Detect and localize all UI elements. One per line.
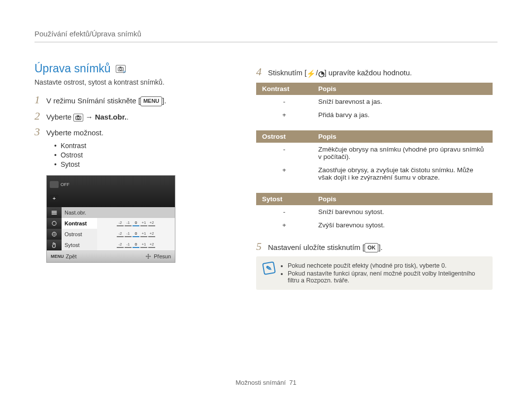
step-2: 2 Vyberte → Nast.obr..: [34, 110, 222, 122]
list-item: Ostrost: [54, 151, 222, 159]
step-number: 3: [34, 126, 46, 138]
camera-top-bar: OFF +: [47, 176, 175, 207]
note-item: Pokud nastavíte funkci úprav, není možné…: [288, 270, 486, 284]
table-header-row: Ostrost Popis: [256, 130, 493, 143]
slider-tick: -2: [117, 231, 124, 237]
camera-row-label: Ostrost: [62, 229, 97, 240]
camera-row-sytost: Sytost -2 -1 0 +1 +2: [47, 240, 175, 250]
step-text-post: ].: [162, 96, 166, 105]
slider-tick: 0: [133, 231, 139, 237]
camera-icon: [73, 114, 83, 122]
svg-rect-7: [52, 213, 57, 214]
step-3: 3 Vyberte možnost.: [34, 126, 222, 138]
list-item: Sytost: [54, 160, 222, 168]
timer-icon: ◔: [318, 68, 325, 79]
step-5: 5 Nastavení uložíte stisknutím [OK].: [256, 241, 493, 253]
note-list: Pokud nechcete použít efekty (vhodné pro…: [280, 261, 486, 285]
camera-back-label: Zpět: [66, 253, 77, 259]
camera-slider: -2 -1 0 +1 +2: [97, 229, 175, 240]
step-text: Vyberte možnost.: [46, 126, 103, 138]
slider-tick: -2: [117, 242, 124, 248]
step-text-pre: Stisknutím [: [268, 68, 306, 77]
note-box: ✎ Pokud nechcete použít efekty (vhodné p…: [256, 256, 493, 290]
note-item: Pokud nechcete použít efekty (vhodné pro…: [288, 262, 486, 269]
step-number: 4: [256, 66, 268, 78]
list-item: Kontrast: [54, 142, 222, 150]
note-icon: ✎: [262, 261, 276, 275]
content-columns: Úprava snímků P Nastavte ostrost, sytost…: [34, 62, 498, 290]
plus-icon: +: [50, 195, 59, 202]
camera-menu-header: Nast.obr.: [47, 207, 175, 218]
page-subtitle: Nastavte ostrost, sytost a kontrast sním…: [34, 78, 222, 86]
camera-screen-mock: OFF + Nast.obr. Kont: [46, 175, 175, 263]
svg-point-1: [119, 68, 122, 70]
step-text: Nastavení uložíte stisknutím [OK].: [268, 241, 383, 253]
table-row: + Přidá barvy a jas.: [256, 108, 493, 122]
right-column: 4 Stisknutím [⚡/◔] upravíte každou hodno…: [256, 62, 493, 290]
table-value: Změkčuje obrysy na snímku (vhodné pro úp…: [312, 143, 493, 163]
flash-icon: ⚡: [306, 68, 316, 79]
step-number: 5: [256, 241, 268, 252]
table-sytost: Sytost Popis - Sníží barevnou sytost. + …: [256, 193, 493, 232]
step-4: 4 Stisknutím [⚡/◔] upravíte každou hodno…: [256, 66, 493, 79]
table-key: +: [256, 108, 312, 122]
step-number: 2: [34, 110, 46, 122]
table-key: -: [256, 143, 312, 163]
step-text-pre: Nastavení uložíte stisknutím [: [268, 243, 365, 251]
camera-header-label: Nast.obr.: [62, 207, 175, 218]
camera-slider: -2 -1 0 +1 +2: [97, 240, 175, 251]
camera-p-mode-icon: P: [116, 65, 126, 73]
svg-point-9: [52, 221, 56, 225]
table-row: + Zaostřuje obrysy, a zvyšuje tak čistot…: [256, 163, 493, 184]
table-header: Sytost: [256, 193, 312, 205]
left-column: Úprava snímků P Nastavte ostrost, sytost…: [34, 62, 222, 290]
slider-tick: -1: [125, 242, 132, 248]
slider-tick: 0: [133, 220, 139, 226]
table-row: - Změkčuje obrysy na snímku (vhodné pro …: [256, 143, 493, 163]
slider-tick: -2: [117, 220, 124, 226]
face-icon: [47, 218, 62, 229]
hand-icon: [47, 240, 62, 250]
menu-glyph: MENU: [51, 254, 64, 259]
table-kontrast: Kontrast Popis - Sníží barevnost a jas. …: [256, 83, 493, 122]
slider-tick: +2: [148, 231, 155, 237]
move-icon: [145, 253, 152, 260]
step-text-post: ] upravíte každou hodnotu.: [325, 68, 412, 77]
globe-icon: [47, 229, 62, 240]
table-value: Zaostřuje obrysy, a zvyšuje tak čistotu …: [312, 163, 493, 184]
page-footer: Možnosti snímání 71: [0, 379, 532, 386]
step-text: Vyberte → Nast.obr..: [46, 110, 129, 122]
table-header: Popis: [312, 193, 493, 205]
camera-row-kontrast: Kontrast -2 -1 0 +1 +2: [47, 218, 175, 229]
camera-row-label: Kontrast: [62, 218, 97, 229]
footer-page-number: 71: [289, 379, 296, 386]
table-key: +: [256, 163, 312, 184]
option-list: Kontrast Ostrost Sytost: [54, 142, 222, 168]
step-number: 1: [34, 94, 46, 106]
table-row: - Sníží barevnou sytost.: [256, 205, 493, 218]
step-text-post: .: [127, 113, 129, 121]
camera-bottom-bar: MENU Zpět Přesun: [47, 250, 175, 262]
table-header: Kontrast: [256, 83, 312, 95]
table-header-row: Sytost Popis: [256, 193, 493, 205]
menu-button-glyph: MENU: [140, 96, 162, 106]
camera-slider: -2 -1 0 +1 +2: [97, 218, 175, 229]
slider-tick: -1: [125, 220, 132, 226]
adjust-icon: [47, 207, 62, 218]
svg-rect-8: [52, 214, 57, 215]
step-bold: Nast.obr.: [95, 113, 127, 121]
camera-row-label: Sytost: [62, 240, 97, 251]
slider-tick: +2: [148, 220, 155, 226]
slider-tick: 0: [133, 242, 139, 248]
step-1: 1 V režimu Snímání stiskněte [MENU].: [34, 94, 222, 106]
step-text-pre: Vyberte: [46, 113, 73, 121]
table-ostrost: Ostrost Popis - Změkčuje obrysy na snímk…: [256, 130, 493, 184]
table-key: -: [256, 95, 312, 108]
page-title: Úprava snímků P: [34, 62, 222, 75]
slash: /: [316, 68, 318, 77]
table-value: Sníží barevnou sytost.: [312, 205, 493, 218]
arrow-text: →: [85, 113, 95, 121]
table-value: Sníží barevnost a jas.: [312, 95, 493, 108]
table-row: + Zvýší barevnou sytost.: [256, 218, 493, 232]
off-label: OFF: [61, 182, 69, 187]
